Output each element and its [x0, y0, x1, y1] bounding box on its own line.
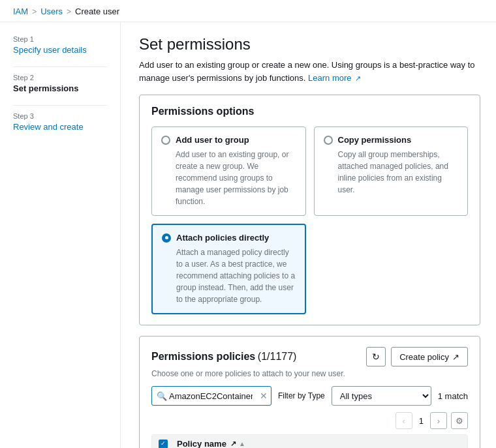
breadcrumb-current: Create user — [75, 7, 119, 16]
permissions-options-title: Permissions options — [151, 106, 468, 117]
create-policy-label: Create policy — [399, 352, 449, 362]
option2-header: Copy permissions — [324, 135, 459, 145]
search-icon: 🔍 — [157, 391, 167, 401]
option1-desc: Add user to an existing group, or create… — [161, 149, 296, 207]
policy-name-header-label: Policy name — [177, 439, 226, 448]
policies-title: Permissions policies — [151, 351, 255, 362]
step1-link[interactable]: Specify user details — [13, 45, 87, 55]
table-header-row: Policy name ↗ ▲ — [152, 435, 467, 448]
step3-group: Step 3 Review and create — [13, 112, 107, 132]
option2-desc: Copy all group memberships, attached man… — [324, 149, 459, 196]
option2-title: Copy permissions — [338, 135, 412, 145]
create-policy-external-icon: ↗ — [452, 352, 459, 362]
step1-label: Step 1 — [13, 35, 107, 43]
refresh-button[interactable]: ↻ — [366, 347, 386, 366]
policies-count: (1/1177) — [258, 351, 297, 362]
breadcrumb-sep1: > — [32, 7, 37, 16]
breadcrumb-users[interactable]: Users — [40, 7, 63, 16]
step1-divider — [13, 67, 107, 67]
option-add-to-group[interactable]: Add user to group Add user to an existin… — [151, 127, 306, 216]
breadcrumb: IAM > Users > Create user — [0, 0, 496, 22]
policies-title-group: Permissions policies (1/1177) — [151, 351, 296, 363]
type-select[interactable]: All types AWS managed Customer managed J… — [332, 386, 431, 406]
search-input[interactable] — [151, 386, 271, 406]
permissions-policies-card: Permissions policies (1/1177) ↻ Create p… — [139, 336, 480, 448]
type-select-wrapper: All types AWS managed Customer managed J… — [332, 386, 431, 406]
option3-header: Attach policies directly — [162, 233, 296, 243]
match-count: 1 match — [438, 391, 468, 401]
step3-link[interactable]: Review and create — [13, 122, 84, 132]
breadcrumb-sep2: > — [67, 7, 71, 16]
filter-type-label: Filter by Type — [278, 391, 325, 400]
step2-title: Set permissions — [13, 83, 78, 93]
policies-table: Policy name ↗ ▲ + 🟧 AmazonEC2 — [151, 434, 468, 448]
policies-actions: ↻ Create policy ↗ — [366, 347, 468, 366]
page-title: Set permissions — [139, 35, 480, 53]
next-page-button[interactable]: › — [430, 412, 447, 429]
search-clear-icon[interactable]: ✕ — [260, 391, 268, 401]
step3-label: Step 3 — [13, 112, 107, 120]
step1-group: Step 1 Specify user details — [13, 35, 107, 55]
header-checkbox-col — [159, 440, 177, 449]
option3-radio — [162, 233, 171, 243]
permissions-options-grid: Add user to group Add user to an existin… — [151, 127, 468, 314]
current-page: 1 — [416, 416, 426, 426]
option-copy-permissions[interactable]: Copy permissions Copy all group membersh… — [314, 127, 469, 216]
option3-title: Attach policies directly — [176, 233, 269, 243]
page-description: Add user to an existing group or create … — [139, 59, 480, 84]
sort-icon[interactable]: ▲ — [239, 440, 245, 447]
policy-name-header: Policy name ↗ ▲ — [177, 439, 245, 448]
header-checkbox[interactable] — [159, 440, 168, 449]
content-area: Set permissions Add user to an existing … — [121, 22, 496, 448]
policies-header: Permissions policies (1/1177) ↻ Create p… — [151, 347, 468, 366]
option1-radio — [161, 136, 170, 145]
learn-more-link[interactable]: Learn more ↗ — [308, 73, 361, 83]
permissions-options-card: Permissions options Add user to group Ad… — [139, 95, 480, 325]
prev-page-button[interactable]: ‹ — [395, 412, 412, 429]
policy-name-external-icon: ↗ — [230, 440, 236, 448]
option-attach-policies[interactable]: Attach policies directly Attach a manage… — [151, 224, 306, 314]
table-settings-button[interactable]: ⚙ — [451, 412, 468, 429]
create-policy-button[interactable]: Create policy ↗ — [391, 347, 468, 366]
policies-subtitle: Choose one or more policies to attach to… — [151, 369, 468, 378]
learn-more-external-icon: ↗ — [355, 74, 361, 82]
step2-divider — [13, 105, 107, 106]
option3-desc: Attach a managed policy directly to a us… — [162, 246, 296, 305]
option1-title: Add user to group — [176, 135, 249, 145]
search-wrapper: 🔍 ✕ — [151, 386, 271, 406]
option2-radio — [324, 136, 333, 145]
option1-header: Add user to group — [161, 135, 296, 145]
sidebar: Step 1 Specify user details Step 2 Set p… — [0, 22, 121, 448]
step2-group: Step 2 Set permissions — [13, 74, 107, 93]
breadcrumb-iam[interactable]: IAM — [13, 7, 28, 16]
filter-type-row: 🔍 ✕ Filter by Type All types AWS managed… — [151, 386, 468, 406]
pagination-row: ‹ 1 › ⚙ — [151, 412, 468, 429]
step2-label: Step 2 — [13, 74, 107, 82]
